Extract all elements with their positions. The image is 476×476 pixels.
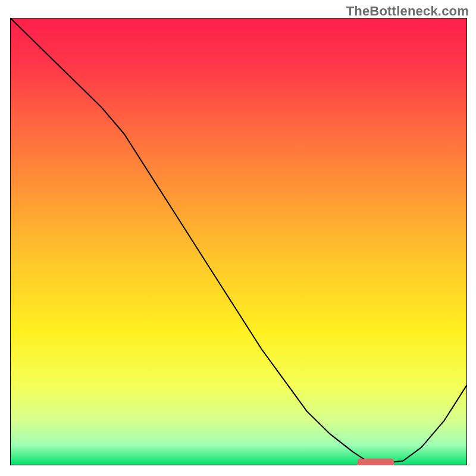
watermark-text: TheBottleneck.com — [346, 4, 469, 19]
chart-container: TheBottleneck.com — [0, 0, 476, 476]
chart-svg — [10, 18, 467, 465]
plot-area — [10, 18, 467, 465]
optimal-marker — [358, 459, 394, 465]
